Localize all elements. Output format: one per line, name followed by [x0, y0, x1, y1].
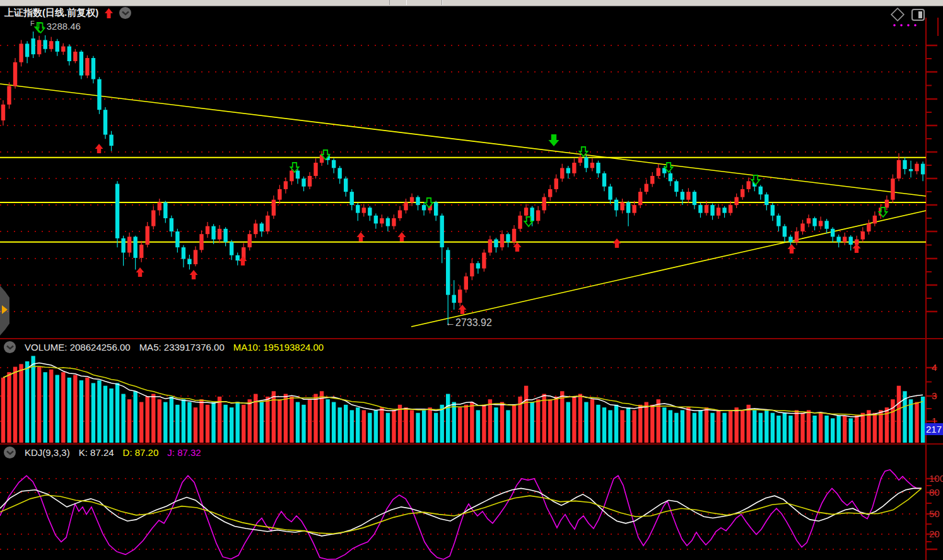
low-price-annotation: ←2733.92	[445, 317, 492, 329]
kdj-k-line	[0, 488, 922, 536]
volume-label: VOLUME:	[25, 342, 67, 353]
magenta-dot	[893, 24, 896, 26]
axis-value-label: 50	[929, 508, 940, 519]
kdj-panel-header: KDJ(9,3,3) K: 87.24 D: 87.20 J: 87.32	[4, 446, 201, 458]
sell-arrow-solid	[549, 134, 559, 146]
sell-arrow-icon	[36, 22, 45, 33]
expand-triangle-icon	[2, 305, 8, 314]
magenta-dot	[907, 24, 910, 26]
collapse-main-button[interactable]	[119, 7, 131, 19]
current-volume-badge: 217	[925, 423, 943, 435]
volume-ma10-value: 195193824.00	[263, 342, 324, 353]
chart-corner-tools	[889, 6, 927, 28]
trading-app-window: 上证指数(日线.前复权) F 3288.46 ←2733.92	[0, 0, 943, 560]
axis-value-label: 3	[932, 390, 937, 401]
kdj-j-value: J: 87.32	[167, 447, 201, 458]
buy-arrow	[853, 243, 861, 253]
buy-arrow	[357, 232, 365, 242]
volume-value: 208624256.00	[70, 342, 131, 353]
collapse-volume-button[interactable]	[4, 341, 16, 353]
collapse-kdj-button[interactable]	[4, 446, 16, 458]
high-marker: F	[30, 20, 35, 27]
buy-arrow	[398, 232, 406, 242]
trendline[interactable]	[0, 84, 926, 196]
kdj-d-line	[0, 488, 922, 534]
signal-arrows	[35, 23, 887, 314]
axis-value-label: 100	[929, 473, 943, 484]
volume-ma5-label: MA5:	[139, 342, 161, 353]
volume-ma10-label: MA10:	[233, 342, 261, 353]
axis-value-label: 80	[929, 487, 940, 498]
buy-arrow	[788, 244, 796, 254]
volume-bars[interactable]	[1, 356, 925, 443]
high-price-annotation: F 3288.46	[30, 21, 81, 33]
kdj-d-value: D: 87.20	[123, 447, 159, 458]
trendline[interactable]	[411, 211, 926, 327]
diamond-tool-icon[interactable]	[891, 8, 904, 21]
chart-canvas[interactable]	[0, 0, 943, 560]
buy-arrow	[239, 256, 247, 265]
buy-arrow	[459, 305, 467, 314]
volume-ma5-value: 233917376.00	[164, 342, 225, 353]
buy-arrow	[136, 267, 144, 277]
up-arrow-icon	[103, 8, 114, 19]
kdj-label: KDJ(9,3,3)	[25, 447, 70, 458]
instrument-title: 上证指数(日线.前复权)	[4, 7, 98, 19]
buy-arrow	[190, 270, 198, 279]
main-chart-header: 上证指数(日线.前复权)	[4, 7, 131, 19]
buy-arrow	[95, 144, 103, 153]
magenta-dot	[900, 24, 903, 26]
volume-panel-header: VOLUME: 208624256.00 MA5: 233917376.00 M…	[4, 341, 324, 353]
panel-layout-icon[interactable]	[912, 9, 924, 20]
buy-arrow	[613, 238, 621, 248]
high-price-label: 3288.46	[47, 21, 81, 32]
magenta-dot	[914, 24, 917, 26]
kdj-k-value: K: 87.24	[79, 447, 114, 458]
axis-value-label: 4	[932, 362, 937, 373]
axis-value-label: 20	[929, 528, 940, 539]
panel-layout-icon-fill	[918, 11, 922, 18]
